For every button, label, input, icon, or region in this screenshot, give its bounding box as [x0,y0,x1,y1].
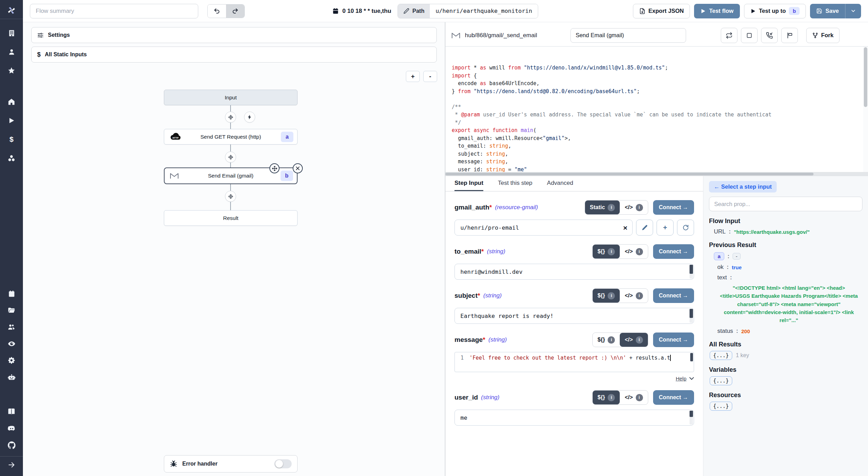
sidebar-item-favorites[interactable] [0,62,23,79]
trigger-button[interactable] [244,112,255,123]
save-button[interactable]: Save [810,4,845,18]
windmill-logo[interactable] [0,2,23,19]
clear-icon[interactable]: × [623,224,627,231]
sidebar-item-settings[interactable] [0,352,23,369]
info-icon[interactable] [636,292,643,299]
sidebar-item-folders[interactable] [0,302,23,319]
info-icon[interactable] [636,336,643,344]
refresh-resource-button[interactable] [677,220,694,236]
info-icon[interactable] [636,248,643,255]
move-step-button[interactable] [269,163,279,173]
subject-input[interactable] [454,308,694,324]
sidebar-item-groups[interactable] [0,319,23,335]
node-input[interactable]: Input [164,90,298,105]
add-step-button[interactable] [225,151,236,163]
sidebar-item-schedules[interactable] [0,285,23,302]
info-icon[interactable] [636,204,643,211]
chevron-down-icon[interactable] [689,377,694,380]
scrollbar-thumb[interactable] [445,173,813,175]
mode-template[interactable]: ${} [593,333,620,347]
prop-search-input[interactable] [709,197,862,211]
undo-button[interactable] [208,5,226,18]
zoom-out-button[interactable]: - [423,71,437,82]
export-json-button[interactable]: Export JSON [633,4,690,18]
diff-view-button[interactable] [781,28,798,43]
mode-javascript[interactable]: </> [620,289,648,303]
info-icon[interactable] [608,292,615,299]
sidebar-item-runs[interactable] [0,112,23,129]
code-vertical-scrollbar[interactable] [863,47,868,172]
sidebar-item-home[interactable] [0,93,23,110]
redo-button[interactable] [226,5,244,18]
editor-scrollbar-thumb[interactable] [690,353,693,361]
message-code-editor[interactable]: 1 'Feel free to check out the latest rep… [454,352,694,372]
edit-path-button[interactable]: Path [398,4,430,18]
sidebar-item-github[interactable] [0,437,23,453]
add-step-button[interactable] [225,112,236,123]
help-link[interactable]: Help [676,376,686,381]
sidebar-item-discord[interactable] [0,420,23,437]
mode-template[interactable]: ${} [593,391,620,404]
info-icon[interactable] [608,394,615,401]
info-icon[interactable] [608,336,615,344]
info-icon[interactable] [636,394,643,401]
input-scrollbar-thumb[interactable] [690,309,693,318]
node-result[interactable]: Result [164,210,298,226]
connect-button[interactable]: Connect → [653,333,694,347]
input-scrollbar-thumb[interactable] [690,411,693,417]
add-resource-button[interactable]: + [657,220,674,236]
tab-advanced[interactable]: Advanced [547,176,573,191]
fork-button[interactable]: Fork [806,28,840,43]
sidebar-item-variables[interactable]: $ [0,131,23,148]
node-http-step[interactable]: HTTP Send GET Request (http) a [164,129,298,145]
connect-button[interactable]: Connect → [653,200,694,215]
step-name-input[interactable] [570,28,686,43]
sidebar-item-audit-logs[interactable] [0,335,23,352]
connect-button[interactable]: Connect → [653,288,694,303]
mode-javascript[interactable]: </> [620,245,648,258]
flow-summary-input[interactable] [30,4,198,18]
add-step-button[interactable] [225,191,236,202]
webhook-button[interactable] [761,28,778,43]
test-up-to-button[interactable]: Test up to b [744,4,806,18]
tab-test-this-step[interactable]: Test this step [498,176,532,191]
prop-a-row[interactable]: a : - [709,252,862,260]
sidebar-item-docs[interactable] [0,403,23,420]
flow-settings-button[interactable]: Settings [31,27,437,43]
mode-template[interactable]: ${} [593,289,620,303]
expand-json-button[interactable]: {...} [710,402,732,411]
info-icon[interactable] [608,248,615,255]
schedule-display[interactable]: 0 10 18 * * tue,thu [332,8,391,15]
tab-step-input[interactable]: Step Input [454,176,483,191]
user-id-input[interactable] [454,410,694,426]
collapse-toggle[interactable]: - [733,253,741,260]
test-flow-button[interactable]: Test flow [694,4,740,18]
zoom-in-button[interactable]: + [406,71,420,82]
sidebar-item-resources[interactable] [0,150,23,166]
mode-javascript[interactable]: </> [620,333,648,347]
sidebar-item-user[interactable] [0,43,23,60]
sidebar-item-workspace[interactable] [0,25,23,41]
info-icon[interactable] [608,204,615,211]
input-scrollbar-thumb[interactable] [690,265,693,274]
gmail-auth-input[interactable] [454,220,633,236]
edit-resource-button[interactable] [636,220,653,236]
expand-json-button[interactable]: {...} [710,376,732,385]
error-handler-toggle[interactable] [274,459,292,468]
sidebar-item-workers[interactable] [0,369,23,385]
reload-script-button[interactable] [721,28,737,43]
code-horizontal-scrollbar[interactable] [445,172,868,176]
mode-template[interactable]: ${} [593,245,620,258]
fullscreen-button[interactable] [741,28,758,43]
expand-sidebar-button[interactable] [0,457,23,473]
prop-url-row[interactable]: URL : "https://earthquake.usgs.gov/" [709,228,862,235]
code-editor[interactable]: import * as wmill from "https://deno.lan… [445,47,862,172]
to-email-input[interactable] [454,264,694,280]
all-static-inputs-button[interactable]: $ All Static Inputs [31,47,437,63]
save-dropdown-button[interactable] [845,4,861,18]
mode-javascript[interactable]: </> [620,200,648,214]
prop-ok-row[interactable]: ok : true [709,264,862,271]
expand-json-button[interactable]: {...} [710,351,732,360]
prop-text-row[interactable]: text : [709,274,862,281]
mode-static[interactable]: Static [585,200,620,214]
